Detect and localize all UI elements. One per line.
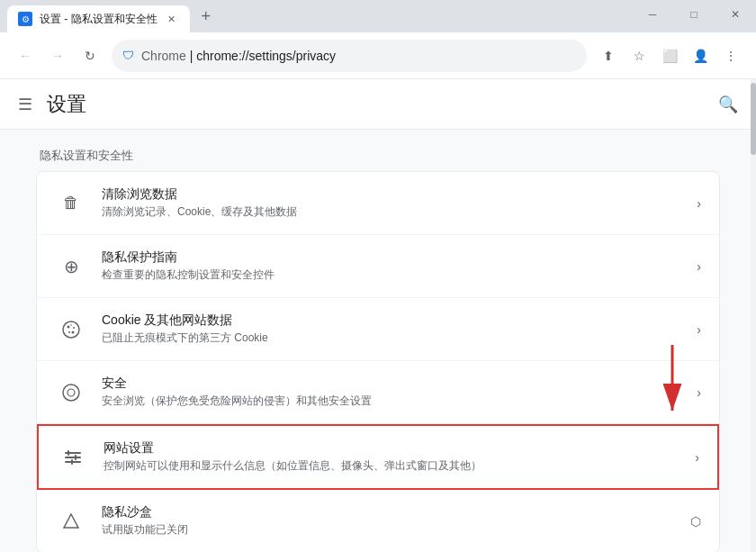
privacy-guide-item[interactable]: ⊕ 隐私保护指南 检查重要的隐私控制设置和安全控件 ›: [37, 235, 719, 298]
external-link-icon: ⬡: [690, 514, 701, 529]
svg-point-0: [63, 321, 79, 338]
settings-search-icon[interactable]: 🔍: [718, 95, 738, 114]
privacy-sandbox-item[interactable]: 隐私沙盒 试用版功能已关闭 ⬡: [37, 490, 719, 552]
security-item[interactable]: 安全 安全浏览（保护您免受危险网站的侵害）和其他安全设置 ›: [37, 361, 719, 424]
privacy-section: 隐私设置和安全性 🗑 清除浏览数据 清除浏览记录、Cookie、缓存及其他数据 …: [0, 130, 756, 552]
sandbox-desc: 试用版功能已关闭: [102, 522, 690, 538]
chrome-label: Chrome: [141, 49, 186, 63]
address-text: Chrome | chrome://settings/privacy: [141, 49, 576, 63]
sandbox-icon: [55, 505, 87, 538]
tab-favicon: ⚙: [18, 12, 32, 26]
clear-browsing-text: 清除浏览数据 清除浏览记录、Cookie、缓存及其他数据: [102, 186, 697, 220]
svg-rect-8: [65, 452, 81, 454]
cookies-title: Cookie 及其他网站数据: [102, 312, 697, 329]
menu-button[interactable]: ⋮: [716, 41, 745, 70]
svg-point-3: [68, 331, 70, 333]
new-tab-button[interactable]: +: [194, 4, 219, 29]
chevron-icon-4: ›: [697, 385, 701, 400]
trash-icon: 🗑: [55, 187, 87, 220]
site-settings-item[interactable]: 网站设置 控制网站可以使用和显示什么信息（如位置信息、摄像头、弹出式窗口及其他）…: [37, 424, 719, 490]
minimize-button[interactable]: ─: [632, 0, 673, 29]
svg-rect-11: [68, 450, 69, 456]
sandbox-title: 隐私沙盒: [102, 504, 690, 520]
browser-window: ⚙ 设置 - 隐私设置和安全性 ✕ + ─ □ ✕ ← → ↻ 🛡 Chrome…: [0, 0, 756, 552]
lock-icon: 🛡: [122, 49, 134, 62]
split-view-button[interactable]: ⬜: [655, 41, 684, 70]
tab-close-button[interactable]: ✕: [165, 12, 179, 26]
chevron-icon: ›: [697, 196, 701, 211]
maximize-button[interactable]: □: [673, 0, 715, 29]
hamburger-icon[interactable]: ☰: [18, 95, 32, 114]
svg-rect-9: [65, 457, 81, 458]
chevron-icon-5: ›: [695, 450, 699, 465]
settings-header: ☰ 设置 🔍: [0, 79, 756, 130]
svg-rect-12: [75, 455, 76, 460]
sandbox-text: 隐私沙盒 试用版功能已关闭: [102, 504, 690, 538]
site-settings-title: 网站设置: [104, 440, 695, 457]
clear-browsing-item[interactable]: 🗑 清除浏览数据 清除浏览记录、Cookie、缓存及其他数据 ›: [37, 172, 719, 235]
site-settings-desc: 控制网站可以使用和显示什么信息（如位置信息、摄像头、弹出式窗口及其他）: [104, 458, 695, 474]
settings-card: 🗑 清除浏览数据 清除浏览记录、Cookie、缓存及其他数据 › ⊕ 隐私保: [36, 171, 720, 552]
bookmark-button[interactable]: ☆: [625, 41, 653, 70]
share-button[interactable]: ⬆: [594, 41, 623, 70]
close-window-button[interactable]: ✕: [715, 0, 756, 29]
svg-point-1: [68, 325, 70, 328]
privacy-guide-text: 隐私保护指南 检查重要的隐私控制设置和安全控件: [102, 249, 697, 283]
address-actions: ⬆ ☆ ⬜ 👤 ⋮: [594, 41, 745, 70]
clear-browsing-desc: 清除浏览记录、Cookie、缓存及其他数据: [102, 204, 697, 220]
address-field[interactable]: 🛡 Chrome | chrome://settings/privacy: [112, 40, 587, 72]
chevron-icon-3: ›: [697, 322, 701, 337]
window-controls: ─ □ ✕: [632, 0, 756, 29]
tab-title: 设置 - 隐私设置和安全性: [40, 12, 158, 27]
security-icon: [55, 376, 87, 409]
svg-point-2: [73, 327, 75, 329]
svg-point-7: [68, 389, 75, 396]
svg-point-4: [72, 330, 75, 333]
section-label: 隐私设置和安全性: [36, 148, 720, 164]
forward-button[interactable]: →: [43, 41, 72, 70]
scrollbar-thumb[interactable]: [751, 83, 756, 155]
back-button[interactable]: ←: [11, 41, 40, 70]
privacy-guide-icon: ⊕: [55, 250, 87, 283]
cookie-icon: [55, 313, 87, 346]
cookies-desc: 已阻止无痕模式下的第三方 Cookie: [102, 330, 697, 346]
chevron-icon-2: ›: [697, 259, 701, 274]
svg-rect-13: [71, 459, 73, 465]
clear-browsing-title: 清除浏览数据: [102, 186, 697, 203]
security-title: 安全: [102, 376, 697, 392]
site-settings-text: 网站设置 控制网站可以使用和显示什么信息（如位置信息、摄像头、弹出式窗口及其他）: [104, 440, 695, 474]
title-bar: ⚙ 设置 - 隐私设置和安全性 ✕ + ─ □ ✕: [0, 0, 756, 32]
settings-page-title: 设置: [47, 91, 86, 118]
address-bar: ← → ↻ 🛡 Chrome | chrome://settings/priva…: [0, 32, 756, 79]
settings-body: 隐私设置和安全性 🗑 清除浏览数据 清除浏览记录、Cookie、缓存及其他数据 …: [0, 130, 756, 552]
cookies-text: Cookie 及其他网站数据 已阻止无痕模式下的第三方 Cookie: [102, 312, 697, 346]
settings-page: ☰ 设置 🔍 隐私设置和安全性 🗑 清除浏览数据: [0, 79, 756, 552]
cookies-item[interactable]: Cookie 及其他网站数据 已阻止无痕模式下的第三方 Cookie ›: [37, 298, 719, 361]
privacy-guide-title: 隐私保护指南: [102, 249, 697, 266]
svg-marker-16: [64, 514, 78, 528]
reload-button[interactable]: ↻: [76, 41, 104, 70]
svg-point-5: [70, 324, 72, 326]
profile-button[interactable]: 👤: [686, 41, 715, 70]
browser-tab[interactable]: ⚙ 设置 - 隐私设置和安全性 ✕: [7, 5, 190, 32]
browser-content: ☰ 设置 🔍 隐私设置和安全性 🗑 清除浏览数据: [0, 79, 756, 552]
security-text: 安全 安全浏览（保护您免受危险网站的侵害）和其他安全设置: [102, 376, 697, 409]
svg-point-6: [63, 385, 79, 401]
address-url: chrome://settings/privacy: [196, 49, 336, 63]
scrollbar-track: [751, 79, 756, 552]
site-settings-icon: [57, 441, 89, 474]
privacy-guide-desc: 检查重要的隐私控制设置和安全控件: [102, 267, 697, 283]
security-desc: 安全浏览（保护您免受危险网站的侵害）和其他安全设置: [102, 394, 697, 409]
